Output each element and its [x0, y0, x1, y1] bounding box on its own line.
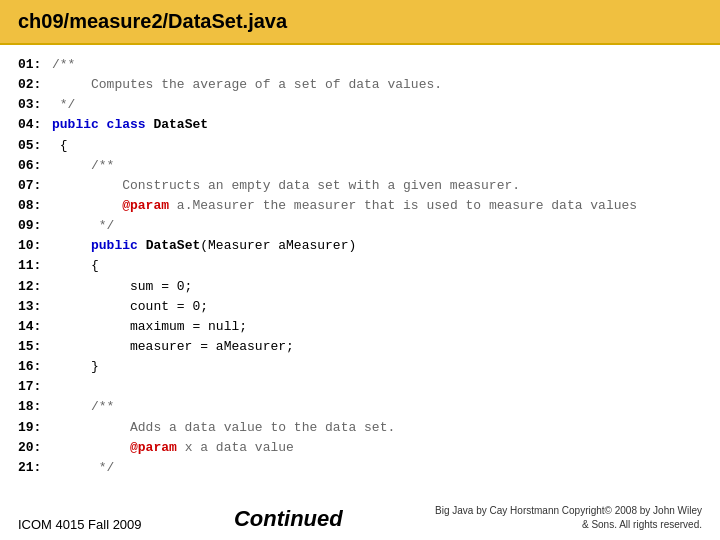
copyright-line2: & Sons. All rights reserved.	[435, 518, 702, 532]
code-segment: Adds a data value to the data set.	[52, 418, 395, 438]
line-number: 01:	[18, 55, 52, 75]
title-bar: ch09/measure2/DataSet.java	[0, 0, 720, 45]
line-number: 13:	[18, 297, 52, 317]
line-number: 20:	[18, 438, 52, 458]
page-title: ch09/measure2/DataSet.java	[18, 10, 287, 32]
code-segment: /**	[52, 55, 75, 75]
code-line: 20: @param x a data value	[18, 438, 702, 458]
code-line: 03: */	[18, 95, 702, 115]
line-number: 12:	[18, 277, 52, 297]
footer-course: ICOM 4015 Fall 2009	[18, 517, 142, 532]
line-number: 07:	[18, 176, 52, 196]
footer-area: ICOM 4015 Fall 2009 Continued Big Java b…	[0, 498, 720, 540]
code-line: 11: {	[18, 256, 702, 276]
code-segment: */	[52, 458, 114, 478]
code-line: 06: /**	[18, 156, 702, 176]
code-segment: @param a.Measurer the measurer that is u…	[52, 196, 637, 216]
code-line: 10: public DataSet(Measurer aMeasurer)	[18, 236, 702, 256]
code-segment: */	[52, 95, 75, 115]
line-number: 18:	[18, 397, 52, 417]
code-segment: (Measurer aMeasurer)	[200, 236, 356, 256]
code-segment: Computes the average of a set of data va…	[52, 75, 442, 95]
line-number: 03:	[18, 95, 52, 115]
code-segment: Constructs an empty data set with a give…	[52, 176, 520, 196]
line-number: 02:	[18, 75, 52, 95]
code-line: 21: */	[18, 458, 702, 478]
code-segment: /**	[52, 156, 114, 176]
code-segment: maximum = null;	[52, 317, 247, 337]
line-number: 04:	[18, 115, 52, 135]
code-segment: }	[52, 357, 99, 377]
code-line: 15: measurer = aMeasurer;	[18, 337, 702, 357]
line-number: 05:	[18, 136, 52, 156]
code-line: 14: maximum = null;	[18, 317, 702, 337]
code-line: 13: count = 0;	[18, 297, 702, 317]
line-number: 14:	[18, 317, 52, 337]
line-number: 09:	[18, 216, 52, 236]
code-line: 12: sum = 0;	[18, 277, 702, 297]
code-segment: measurer = aMeasurer;	[52, 337, 294, 357]
line-number: 16:	[18, 357, 52, 377]
code-line: 01:/**	[18, 55, 702, 75]
footer-copyright: Big Java by Cay Horstmann Copyright© 200…	[435, 504, 702, 532]
code-line: 17:	[18, 377, 702, 397]
line-number: 10:	[18, 236, 52, 256]
code-segment: {	[52, 256, 99, 276]
code-segment: count = 0;	[52, 297, 208, 317]
code-segment: sum = 0;	[52, 277, 192, 297]
copyright-line1: Big Java by Cay Horstmann Copyright© 200…	[435, 504, 702, 518]
code-line: 02: Computes the average of a set of dat…	[18, 75, 702, 95]
code-segment: @param x a data value	[52, 438, 294, 458]
code-line: 19: Adds a data value to the data set.	[18, 418, 702, 438]
content-area: 01:/**02: Computes the average of a set …	[0, 45, 720, 478]
line-number: 08:	[18, 196, 52, 216]
code-segment: public	[52, 236, 146, 256]
code-line: 18: /**	[18, 397, 702, 417]
line-number: 11:	[18, 256, 52, 276]
code-block: 01:/**02: Computes the average of a set …	[18, 55, 702, 478]
code-segment: {	[52, 136, 68, 156]
line-number: 15:	[18, 337, 52, 357]
code-line: 16: }	[18, 357, 702, 377]
code-line: 04:public class DataSet	[18, 115, 702, 135]
line-number: 06:	[18, 156, 52, 176]
code-line: 08: @param a.Measurer the measurer that …	[18, 196, 702, 216]
code-line: 09: */	[18, 216, 702, 236]
line-number: 21:	[18, 458, 52, 478]
code-segment: DataSet	[153, 115, 208, 135]
line-number: 19:	[18, 418, 52, 438]
code-segment: /**	[52, 397, 114, 417]
code-segment: public class	[52, 115, 153, 135]
continued-label: Continued	[234, 506, 343, 532]
code-line: 05: {	[18, 136, 702, 156]
code-line: 07: Constructs an empty data set with a …	[18, 176, 702, 196]
code-segment: DataSet	[146, 236, 201, 256]
line-number: 17:	[18, 377, 52, 397]
code-segment: */	[52, 216, 114, 236]
